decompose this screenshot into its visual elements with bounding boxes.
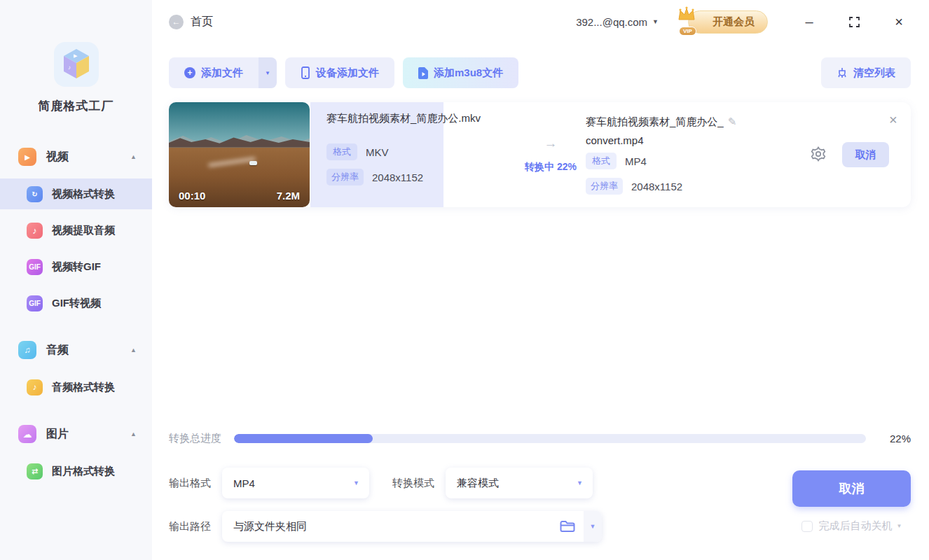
app-logo-area: ♪ ▶ 简鹿格式工厂 (0, 0, 152, 114)
sidebar-menu: 视频 ▲ 视频格式转换 视频提取音频 视频转GIF GIF转视频 (0, 141, 152, 492)
close-button[interactable]: × (888, 11, 909, 32)
sidebar-item-video-to-gif[interactable]: 视频转GIF (0, 251, 152, 282)
output-path-input[interactable]: 与源文件夹相同 ▼ (222, 511, 602, 542)
progress-percent: 22% (884, 433, 911, 444)
video-to-gif-icon (27, 259, 43, 275)
sidebar-item-label: 音频 (46, 343, 69, 358)
total-progress-label: 转换总进度 (169, 432, 221, 445)
total-progress: 转换总进度 22% (169, 432, 911, 445)
video-convert-icon (27, 186, 43, 202)
conversion-status-text: 转换中 22% (516, 161, 586, 174)
image-convert-icon (27, 463, 43, 479)
source-resolution-value: 2048x1152 (372, 172, 423, 183)
sidebar-item-audio-convert[interactable]: 音频格式转换 (0, 372, 152, 402)
output-format-value: MP4 (625, 155, 647, 167)
convert-mode-select[interactable]: 兼容模式 ▼ (446, 468, 593, 498)
add-m3u8-button[interactable]: 添加m3u8文件 (403, 57, 518, 88)
task-settings-gear-icon[interactable] (810, 146, 827, 165)
convert-mode-value: 兼容模式 (457, 477, 577, 490)
sidebar-item-label: 图片格式转换 (52, 465, 115, 478)
add-file-label: 添加文件 (201, 66, 243, 80)
output-format-label: 输出格式 (169, 477, 211, 490)
sidebar-item-video[interactable]: 视频 ▲ (0, 141, 152, 173)
collapse-up-icon[interactable]: ▲ (130, 346, 137, 354)
device-add-file-button[interactable]: 设备添加文件 (285, 57, 394, 88)
source-file-info: 赛车航拍视频素材_简鹿办公.mkv 格式 MKV 分辨率 2048x1152 (326, 112, 481, 186)
account-email[interactable]: 392...@qq.com (576, 16, 647, 28)
task-cancel-button[interactable]: 取消 (842, 142, 889, 167)
vip-upgrade-button[interactable]: VIP 开通会员 (688, 10, 768, 34)
clear-list-button[interactable]: 清空列表 (821, 57, 911, 88)
add-file-dropdown-icon[interactable]: ▼ (259, 57, 277, 88)
account-dropdown-icon[interactable]: ▼ (652, 18, 659, 25)
shutdown-dropdown-icon[interactable]: ▼ (897, 523, 902, 529)
output-format-select[interactable]: MP4 ▼ (222, 468, 369, 498)
auto-shutdown-option[interactable]: 完成后自动关机 ▼ (801, 519, 902, 533)
format-badge: 格式 (326, 144, 357, 160)
sidebar-item-label: 视频提取音频 (52, 224, 115, 237)
minimize-button[interactable]: – (799, 11, 820, 32)
output-path-value: 与源文件夹相同 (222, 520, 551, 533)
output-format-value: MP4 (233, 477, 353, 489)
app-title: 简鹿格式工厂 (39, 98, 114, 114)
bottom-controls: 输出格式 MP4 ▼ 转换模式 兼容模式 ▼ 输出路径 (169, 468, 911, 560)
sidebar-item-label: 音频格式转换 (52, 381, 115, 394)
chevron-down-icon: ▼ (577, 479, 583, 486)
format-badge: 格式 (586, 153, 617, 169)
auto-shutdown-checkbox[interactable] (801, 521, 813, 532)
cube-logo-icon: ♪ ▶ (61, 48, 92, 81)
add-m3u8-label: 添加m3u8文件 (434, 66, 503, 80)
maximize-button[interactable] (844, 11, 865, 32)
titlebar: ← 首页 392...@qq.com ▼ VIP 开通会员 – (152, 0, 929, 43)
auto-shutdown-label: 完成后自动关机 (819, 519, 893, 533)
app-logo-icon: ♪ ▶ (54, 42, 99, 87)
convert-mode-label: 转换模式 (392, 477, 434, 490)
main-area: ← 首页 392...@qq.com ▼ VIP 开通会员 – (152, 0, 929, 560)
app-window: ♪ ▶ 简鹿格式工厂 视频 ▲ 视频格式转换 视频提取音频 视频 (0, 0, 929, 560)
collapse-up-icon[interactable]: ▲ (130, 430, 137, 438)
sidebar-item-label: 视频 (46, 150, 69, 164)
gif-to-video-icon (27, 295, 43, 312)
sidebar-item-label: 视频转GIF (52, 260, 101, 274)
output-path-label: 输出路径 (169, 520, 211, 533)
toolbar: + 添加文件 ▼ 设备添加文件 (169, 57, 911, 88)
video-icon (18, 148, 36, 166)
source-file-name: 赛车航拍视频素材_简鹿办公.mkv (326, 112, 481, 125)
m3u8-file-icon (418, 67, 428, 79)
sidebar-item-label: 视频格式转换 (52, 188, 115, 201)
progress-bar (234, 434, 866, 443)
add-file-button[interactable]: + 添加文件 (169, 57, 259, 88)
window-controls: – × (799, 11, 909, 32)
phone-icon (301, 66, 310, 79)
audio-convert-icon (27, 379, 43, 396)
output-file-name: 赛车航拍视频素材_简鹿办公_✎convert.mp4 (586, 112, 761, 150)
conversion-task-row: 00:10 7.2M 赛车航拍视频素材_简鹿办公.mkv 格式 MKV 分辨率 … (169, 102, 911, 207)
cancel-all-button[interactable]: 取消 (792, 470, 911, 507)
path-dropdown-icon[interactable]: ▼ (584, 511, 602, 542)
sidebar-item-gif-to-video[interactable]: GIF转视频 (0, 288, 152, 318)
page-title: 首页 (191, 15, 213, 29)
vip-label: 开通会员 (713, 15, 755, 29)
resolution-badge: 分辨率 (326, 169, 364, 186)
remove-task-icon[interactable]: × (889, 112, 897, 128)
audio-icon (18, 341, 36, 359)
content: + 添加文件 ▼ 设备添加文件 (152, 43, 929, 560)
back-button[interactable]: ← (169, 15, 184, 29)
svg-text:▶: ▶ (74, 53, 78, 58)
video-thumbnail[interactable]: 00:10 7.2M (169, 102, 310, 207)
sidebar-item-image[interactable]: 图片 ▲ (0, 418, 152, 450)
plus-circle-icon: + (184, 67, 195, 78)
add-file-split-button: + 添加文件 ▼ (169, 57, 277, 88)
sidebar-item-audio[interactable]: 音频 ▲ (0, 334, 152, 366)
sidebar-item-image-convert[interactable]: 图片格式转换 (0, 456, 152, 486)
sidebar-item-video-convert[interactable]: 视频格式转换 (0, 178, 152, 209)
edit-name-icon[interactable]: ✎ (728, 115, 737, 127)
arrow-right-icon: → (516, 136, 586, 151)
collapse-up-icon[interactable]: ▲ (130, 153, 137, 160)
progress-fill (234, 434, 373, 443)
clear-list-label: 清空列表 (853, 66, 895, 80)
vip-tag: VIP (679, 27, 696, 36)
sidebar-item-video-extract-audio[interactable]: 视频提取音频 (0, 215, 152, 246)
folder-icon[interactable] (551, 520, 584, 533)
image-icon (18, 425, 36, 443)
